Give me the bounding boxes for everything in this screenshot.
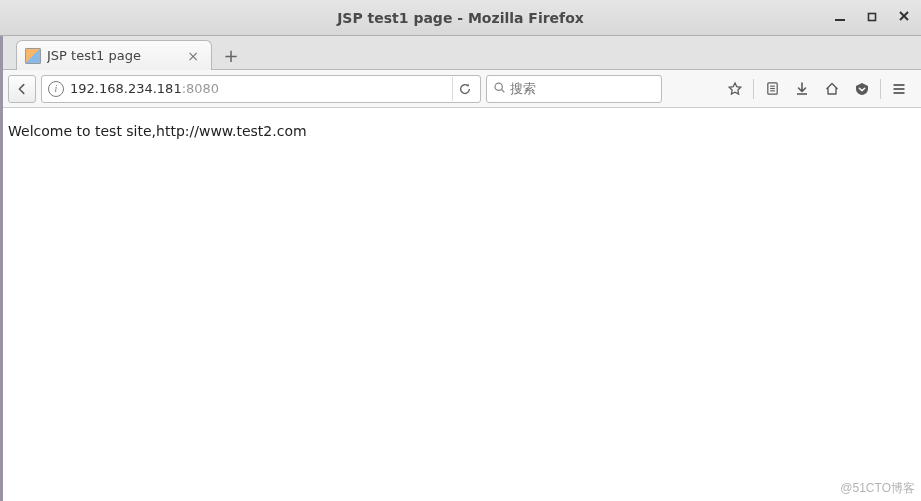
- home-button[interactable]: [818, 75, 846, 103]
- pocket-button[interactable]: [848, 75, 876, 103]
- close-button[interactable]: [895, 10, 913, 25]
- tab-favicon-icon: [25, 48, 41, 64]
- tab-bar: JSP test1 page × +: [0, 36, 921, 70]
- svg-rect-1: [869, 14, 876, 21]
- url-bar[interactable]: i 192.168.234.181:8080: [41, 75, 481, 103]
- back-button[interactable]: [8, 75, 36, 103]
- nav-toolbar: i 192.168.234.181:8080: [0, 70, 921, 108]
- minimize-button[interactable]: [831, 10, 849, 25]
- page-body-text: Welcome to test site,http://www.test2.co…: [8, 123, 307, 139]
- url-host: 192.168.234.181: [70, 81, 182, 96]
- watermark-text: @51CTO博客: [840, 480, 915, 497]
- toolbar-separator: [753, 79, 754, 99]
- bookmarks-menu-button[interactable]: [758, 75, 786, 103]
- tab-title: JSP test1 page: [47, 48, 183, 63]
- new-tab-button[interactable]: +: [216, 41, 246, 69]
- window-titlebar: JSP test1 page - Mozilla Firefox: [0, 0, 921, 36]
- identity-info-icon[interactable]: i: [48, 81, 64, 97]
- search-bar[interactable]: [486, 75, 662, 103]
- url-port: :8080: [182, 81, 219, 96]
- svg-point-4: [495, 83, 502, 90]
- menu-button[interactable]: [885, 75, 913, 103]
- window-controls: [831, 10, 913, 25]
- tab-active[interactable]: JSP test1 page ×: [16, 40, 212, 70]
- downloads-button[interactable]: [788, 75, 816, 103]
- bookmark-star-button[interactable]: [721, 75, 749, 103]
- page-content: Welcome to test site,http://www.test2.co…: [0, 108, 921, 156]
- maximize-button[interactable]: [863, 10, 881, 25]
- tab-close-icon[interactable]: ×: [183, 48, 203, 64]
- svg-line-5: [502, 89, 505, 92]
- search-input[interactable]: [510, 81, 678, 96]
- toolbar-separator: [880, 79, 881, 99]
- toolbar-icons: [721, 75, 913, 103]
- search-icon: [493, 81, 506, 97]
- window-title: JSP test1 page - Mozilla Firefox: [337, 10, 584, 26]
- reload-button[interactable]: [452, 77, 476, 101]
- window-left-accent: [0, 0, 3, 501]
